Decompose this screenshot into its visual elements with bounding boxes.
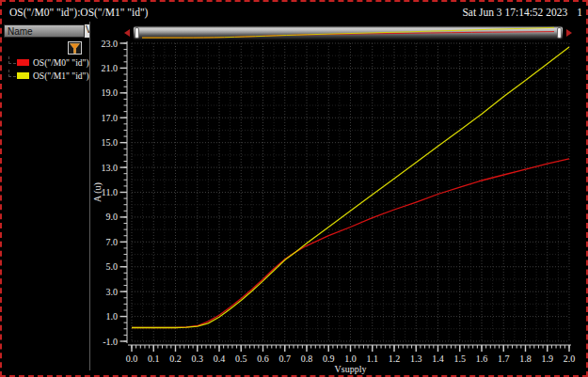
svg-text:1.1: 1.1 xyxy=(367,353,379,364)
panel-divider[interactable] xyxy=(89,22,90,370)
name-column-header[interactable]: Name xyxy=(4,24,85,38)
svg-text:9.0: 9.0 xyxy=(106,212,119,222)
scroll-right-arrow-icon[interactable] xyxy=(566,29,572,37)
window-timestamp: Sat Jun 3 17:14:52 20231 xyxy=(462,7,582,18)
svg-text:1.0: 1.0 xyxy=(344,353,357,364)
svg-text:0.3: 0.3 xyxy=(192,353,204,364)
svg-text:13.0: 13.0 xyxy=(102,163,119,173)
svg-text:11.0: 11.0 xyxy=(102,187,118,197)
signal-panel: Name V OS("/M0" "id") OS("/M1" "id") xyxy=(3,22,89,371)
waveform-window: OS("/M0" "id"):OS("/M1" "id") Sat Jun 3 … xyxy=(0,0,588,377)
svg-text:17.0: 17.0 xyxy=(102,113,119,123)
svg-text:0.0: 0.0 xyxy=(126,353,138,364)
svg-text:1.4: 1.4 xyxy=(432,353,444,364)
svg-text:-1.0: -1.0 xyxy=(103,337,118,347)
svg-text:1.2: 1.2 xyxy=(389,353,401,364)
svg-text:3.0: 3.0 xyxy=(106,287,119,297)
timestamp-text: Sat Jun 3 17:14:52 2023 xyxy=(462,7,567,18)
legend-label-m1: OS("/M1" "id") xyxy=(33,71,89,81)
svg-text:5.0: 5.0 xyxy=(106,261,119,272)
svg-text:0.9: 0.9 xyxy=(323,353,335,364)
svg-text:Vsupply: Vsupply xyxy=(335,364,367,374)
svg-text:23.0: 23.0 xyxy=(102,40,119,49)
svg-text:0.2: 0.2 xyxy=(169,353,182,364)
tree-branch xyxy=(8,56,16,64)
svg-text:1.8: 1.8 xyxy=(519,353,532,364)
svg-text:0.1: 0.1 xyxy=(148,353,160,364)
svg-text:1.5: 1.5 xyxy=(454,353,467,364)
svg-text:1.0: 1.0 xyxy=(106,311,119,322)
overview-scrollbar[interactable] xyxy=(133,25,564,40)
svg-text:2.0: 2.0 xyxy=(564,353,576,364)
scrollbar-left-handle[interactable] xyxy=(135,27,139,39)
tree-branch xyxy=(8,70,16,77)
svg-text:19.0: 19.0 xyxy=(102,87,119,98)
overview-curves xyxy=(134,26,563,39)
scroll-left-arrow-icon[interactable] xyxy=(124,29,130,37)
legend-label-m0: OS("/M0" "id") xyxy=(33,58,89,68)
svg-text:15.0: 15.0 xyxy=(102,137,119,148)
svg-text:0.5: 0.5 xyxy=(235,353,247,364)
page-number: 1 xyxy=(577,7,582,18)
svg-text:A (u): A (u) xyxy=(92,182,103,202)
svg-text:0.6: 0.6 xyxy=(257,353,269,364)
funnel-icon xyxy=(70,43,80,54)
scrollbar-right-handle[interactable] xyxy=(557,27,562,39)
svg-text:0.8: 0.8 xyxy=(301,353,313,364)
window-title: OS("/M0" "id"):OS("/M1" "id") xyxy=(9,7,148,18)
svg-text:1.6: 1.6 xyxy=(476,353,488,364)
legend-item-m0[interactable]: OS("/M0" "id") xyxy=(7,56,89,69)
svg-text:1.3: 1.3 xyxy=(410,353,422,364)
svg-text:0.4: 0.4 xyxy=(214,353,226,364)
svg-text:1.9: 1.9 xyxy=(542,353,554,364)
svg-text:1.7: 1.7 xyxy=(498,353,510,364)
legend-item-m1[interactable]: OS("/M1" "id") xyxy=(7,70,89,82)
m1-color-swatch xyxy=(17,72,29,79)
m0-color-swatch xyxy=(17,59,29,66)
title-bar: OS("/M0" "id"):OS("/M1" "id") Sat Jun 3 … xyxy=(2,4,586,21)
plot-canvas[interactable]: 23.021.019.017.015.013.011.09.07.05.03.0… xyxy=(91,40,583,375)
svg-text:7.0: 7.0 xyxy=(106,237,119,247)
filter-button[interactable] xyxy=(68,41,82,55)
svg-text:21.0: 21.0 xyxy=(102,63,119,73)
svg-text:0.7: 0.7 xyxy=(279,353,292,364)
